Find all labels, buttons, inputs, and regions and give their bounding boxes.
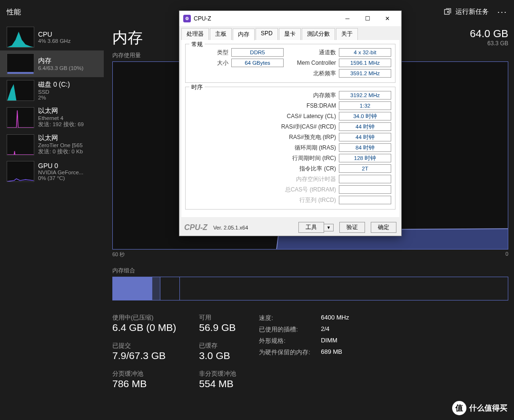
cpuz-tab-6[interactable]: 关于 (336, 28, 358, 40)
cpuz-tab-2[interactable]: 内存 (233, 29, 255, 40)
stat-commit: 7.9/67.3 GB (112, 350, 176, 361)
close-button[interactable]: ✕ (377, 13, 397, 24)
sidebar-item-1[interactable]: 内存 6.4/63.3 GB (10%) (0, 50, 104, 77)
cpuz-tab-5[interactable]: 測試分數 (302, 28, 335, 40)
cpuz-icon: ⚙ (183, 15, 191, 22)
cpuz-logo: CPU-Z (184, 223, 208, 232)
svg-rect-1 (7, 72, 33, 74)
sidebar-item-2[interactable]: 磁盘 0 (C:) SSD 2% (0, 77, 104, 104)
sidebar-item-3[interactable]: 以太网 Ethernet 4 发送: 192 接收: 69 (0, 104, 104, 131)
cpuz-window[interactable]: ⚙ CPU-Z ─ ☐ ✕ 处理器主板内存SPD显卡測試分數关于 常规 类型DD… (179, 10, 402, 236)
more-button[interactable]: ··· (497, 7, 507, 17)
tools-button[interactable]: 工具▼ (298, 222, 334, 233)
cpuz-tab-3[interactable]: SPD (256, 28, 278, 40)
sidebar: CPU 4% 3.68 GHz 内存 6.4/63.3 GB (10%) 磁盘 … (0, 24, 104, 420)
cpuz-titlebar[interactable]: ⚙ CPU-Z ─ ☐ ✕ (179, 11, 401, 26)
stat-nonpaged: 554 MB (199, 378, 236, 390)
stat-form: DIMM (321, 337, 337, 345)
stat-available: 56.9 GB (199, 322, 236, 333)
sidebar-item-0[interactable]: CPU 4% 3.68 GHz (0, 24, 104, 50)
stat-paged: 786 MB (112, 378, 176, 390)
axis-left: 60 秒 (112, 251, 125, 258)
axis-right: 0 (505, 251, 508, 258)
memory-composition-bar[interactable] (112, 277, 508, 300)
verify-button[interactable]: 验证 (339, 222, 365, 233)
page-title: 性能 (7, 8, 21, 17)
watermark: 值 什么值得买 (452, 401, 507, 415)
stat-speed: 6400 MHz (321, 314, 349, 322)
usable-memory: 63.3 GB (470, 40, 508, 47)
stat-reserved: 689 MB (321, 348, 342, 357)
new-task-button[interactable]: 运行新任务 (444, 8, 489, 16)
maximize-button[interactable]: ☐ (357, 13, 377, 24)
sidebar-item-4[interactable]: 以太网 ZeroTier One [565 发送: 0 接收: 0 Kb (0, 131, 104, 158)
cpuz-tab-4[interactable]: 显卡 (279, 28, 301, 40)
composition-label: 内存组合 (112, 267, 508, 275)
cpuz-tab-0[interactable]: 处理器 (181, 28, 209, 40)
minimize-button[interactable]: ─ (337, 13, 357, 24)
sidebar-item-5[interactable]: GPU 0 NVIDIA GeForce... 0% (37 °C) (0, 158, 104, 185)
cpuz-tab-1[interactable]: 主板 (210, 28, 232, 40)
total-memory: 64.0 GB (470, 28, 508, 40)
new-task-icon (444, 8, 452, 16)
main-title: 内存 (112, 28, 143, 49)
ok-button[interactable]: 确定 (371, 222, 396, 233)
stat-slots: 2/4 (321, 325, 329, 334)
stat-used: 6.4 GB (0 MB) (112, 322, 176, 333)
stat-cached: 3.0 GB (199, 350, 236, 361)
